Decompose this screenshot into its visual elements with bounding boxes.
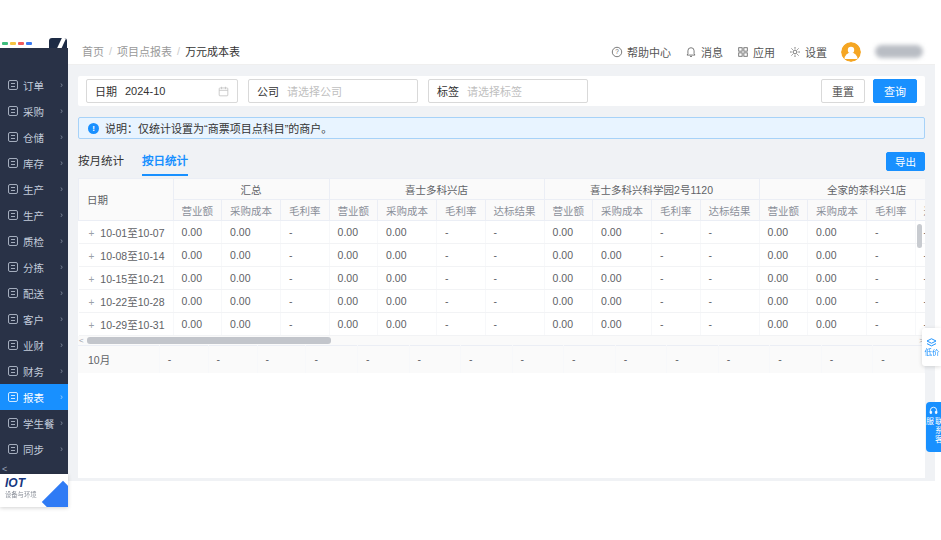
chevron-right-icon: › [60,132,63,142]
floating-side-tab[interactable]: 低价 [922,328,941,366]
chevron-right-icon: › [60,366,63,376]
column-header-0-0: 营业额 [173,200,222,221]
summary-cell: - [667,346,719,373]
table-cell: 0.00 [593,267,652,290]
table-cell: 0.00 [593,244,652,267]
sidebar-item-finance[interactable]: 财务› [0,358,68,384]
warehouse-icon [8,132,18,142]
topbar-action-label: 消息 [701,44,723,60]
scroll-left-icon[interactable]: < [79,336,84,345]
horizontal-scrollbar-thumb[interactable] [87,337,331,344]
table-scroll-area: 日期汇总喜士多科兴店喜士多科兴科学园2号1120全家的茶科兴1店营业额采购成本毛… [78,178,925,336]
table-cell: - [485,290,544,313]
table-row: +10-29至10-310.000.00-0.000.00--0.000.00-… [79,313,926,336]
summary-cell: - [770,346,822,373]
breadcrumb-item[interactable]: 项目点报表 [117,43,172,59]
sync-icon [8,444,18,454]
sidebar-item-delivery[interactable]: 配送› [0,280,68,306]
sidebar-item-sync[interactable]: 同步› [0,436,68,462]
topbar-action-apps[interactable]: 应用 [737,44,775,60]
chevron-right-icon: › [60,418,63,428]
sidebar-item-label: 订单 [23,78,60,93]
vertical-scrollbar[interactable] [917,224,922,336]
date-picker[interactable]: 日期 2024-10 [86,79,238,103]
table-cell: - [700,313,759,336]
table-cell: 0.00 [759,290,808,313]
sidebar-item-sorting[interactable]: 分拣› [0,254,68,280]
column-header-date: 日期 [79,179,174,221]
sidebar-item-production-2[interactable]: 生产› [0,202,68,228]
sidebar-collapse-icon[interactable]: < [2,464,7,474]
table-cell: 0.00 [759,267,808,290]
table-cell: 0.00 [544,244,593,267]
sidebar-item-student-meal[interactable]: 学生餐› [0,410,68,436]
expand-row-icon[interactable]: + [89,297,95,308]
column-header-2-2: 毛利率 [652,200,701,221]
expand-row-icon[interactable]: + [89,228,95,239]
breadcrumb-item[interactable]: 首页 [82,43,104,59]
sidebar-item-customers[interactable]: 客户› [0,306,68,332]
summary-row: 10月--------------- [78,346,925,373]
filter-actions: 重置 查询 [821,79,917,103]
horizontal-scrollbar[interactable]: < > [78,336,925,345]
avatar[interactable] [841,42,861,62]
info-alert: ! 说明：仅统计设置为“商票项目点科目”的商户。 [78,117,925,139]
sidebar-menu: 订单›采购›仓储›库存›生产›生产›质检›分拣›配送›客户›业财›财务›报表›学… [0,48,68,462]
table-cell: - [437,244,486,267]
tab-monthly[interactable]: 按月统计 [78,152,124,176]
table-cell: 0.00 [544,290,593,313]
topbar-action-help-center[interactable]: ?帮助中心 [611,44,671,60]
column-group-header-1: 喜士多科兴店 [329,179,544,200]
expand-row-icon[interactable]: + [89,251,95,262]
sidebar-item-production[interactable]: 生产› [0,176,68,202]
table-cell: - [437,267,486,290]
column-header-3-1: 采购成本 [808,200,867,221]
reset-button[interactable]: 重置 [821,79,865,103]
export-button[interactable]: 导出 [886,152,925,171]
sidebar-item-warehouse[interactable]: 仓储› [0,124,68,150]
tab-daily[interactable]: 按日统计 [142,152,188,176]
calendar-icon [218,86,229,97]
table-cell: 0.00 [173,221,222,244]
column-header-1-2: 毛利率 [437,200,486,221]
table-row: +10-01至10-070.000.00-0.000.00--0.000.00-… [79,221,926,244]
table-cell: - [437,221,486,244]
sidebar-item-inventory[interactable]: 库存› [0,150,68,176]
query-button[interactable]: 查询 [873,79,917,103]
gear-icon [789,46,801,58]
sidebar-item-reports[interactable]: 报表› [0,384,68,410]
date-label: 日期 [95,83,117,99]
table-cell: 0.00 [808,267,867,290]
expand-row-icon[interactable]: + [89,274,95,285]
vertical-scrollbar-thumb[interactable] [917,224,922,248]
company-select[interactable]: 公司 请选择公司 [248,79,418,103]
table-cell: - [867,290,916,313]
contact-service-label: 联系客服 [925,417,941,452]
sidebar-item-biz-finance[interactable]: 业财› [0,332,68,358]
contact-service-button[interactable]: 联系客服 [926,402,941,452]
summary-cell: - [409,346,461,373]
sidebar-item-quality[interactable]: 质检› [0,228,68,254]
column-header-3-0: 营业额 [759,200,808,221]
sidebar-item-purchase[interactable]: 采购› [0,98,68,124]
table-cell: 0.00 [173,267,222,290]
column-header-1-0: 营业额 [329,200,378,221]
username-blurred[interactable] [875,45,923,58]
info-alert-text: 说明：仅统计设置为“商票项目点科目”的商户。 [105,120,332,136]
sidebar-item-label: 业财 [23,338,60,353]
topbar-action-messages[interactable]: 消息 [685,44,723,60]
row-date-cell: +10-22至10-28 [79,290,174,313]
chevron-right-icon: › [60,184,63,194]
sidebar-item-label: 分拣 [23,260,60,275]
topbar-action-settings[interactable]: 设置 [789,44,827,60]
table-cell: - [281,267,330,290]
expand-row-icon[interactable]: + [89,320,95,331]
table-cell: 0.00 [544,221,593,244]
sidebar-item-orders[interactable]: 订单› [0,72,68,98]
reports-icon [8,392,18,402]
table-cell: 0.00 [378,244,437,267]
delivery-icon [8,288,18,298]
production-icon [8,184,18,194]
help-circle-icon: ? [611,46,623,58]
tag-select[interactable]: 标签 请选择标签 [428,79,588,103]
